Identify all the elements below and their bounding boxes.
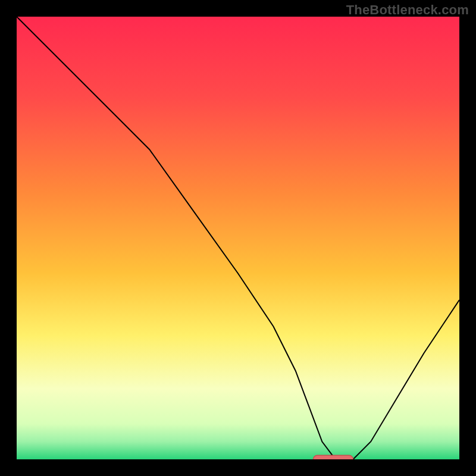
watermark-text: TheBottleneck.com [346,2,469,18]
plot-svg [17,17,459,459]
chart-root: TheBottleneck.com [0,0,476,476]
plot-area [17,17,459,459]
optimum-marker [313,455,353,459]
